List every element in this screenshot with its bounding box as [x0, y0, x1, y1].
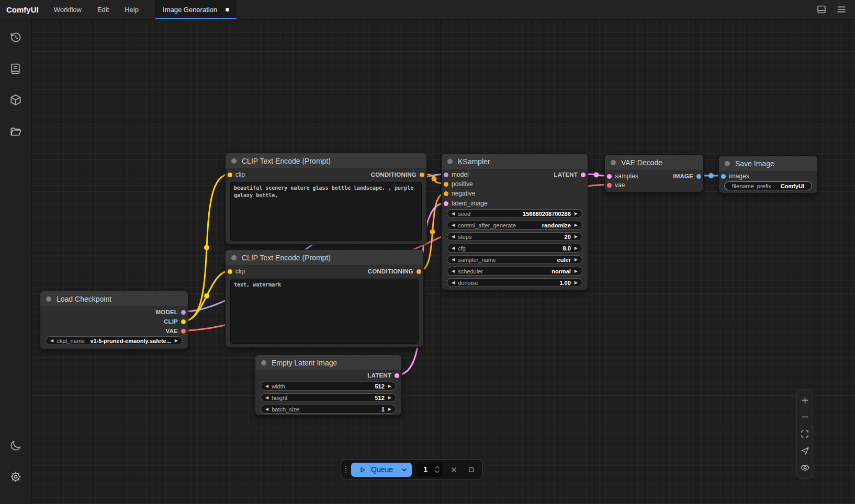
widget-scheduler[interactable]: ◀schedulernormal▶: [447, 267, 582, 276]
stepper-down-icon[interactable]: [434, 469, 440, 474]
increment-arrow-icon[interactable]: ▶: [575, 212, 578, 216]
sidebar-workflows-button[interactable]: [5, 121, 26, 142]
negative-input-port[interactable]: [444, 191, 448, 196]
widget-control_after_generate[interactable]: ◀control_after_generaterandomize▶: [447, 221, 582, 230]
bottom-panel-icon[interactable]: [814, 2, 829, 17]
latent_image-input-port[interactable]: [444, 201, 448, 206]
decrement-arrow-icon[interactable]: ◀: [265, 384, 268, 388]
increment-arrow-icon[interactable]: ▶: [575, 281, 578, 285]
menu-workflow[interactable]: Workflow: [46, 0, 89, 19]
collapse-dot[interactable]: [725, 161, 730, 166]
sidebar-node-library-button[interactable]: [5, 58, 26, 79]
widget-sampler_name[interactable]: ◀sampler_nameeuler▶: [447, 255, 582, 264]
VAE-output-port[interactable]: [181, 329, 186, 334]
decrement-arrow-icon[interactable]: ◀: [452, 212, 455, 216]
clip-input-port[interactable]: [228, 173, 232, 177]
zoom-in-button[interactable]: [798, 394, 811, 406]
vae-input-port[interactable]: [607, 183, 612, 188]
queue-options-caret[interactable]: [396, 466, 412, 474]
increment-arrow-icon[interactable]: ▶: [575, 258, 578, 262]
LATENT-output-port[interactable]: [581, 173, 586, 177]
node-load-checkpoint[interactable]: Load CheckpointMODELCLIPVAE◀ckpt_namev1-…: [40, 291, 188, 349]
stepper-up-icon[interactable]: [434, 465, 440, 469]
menu-icon[interactable]: [834, 2, 849, 17]
decrement-arrow-icon[interactable]: ◀: [265, 407, 268, 411]
tab-image-generation[interactable]: Image Generation: [155, 0, 237, 19]
latent_image-input-slot: latent_image: [444, 199, 488, 208]
increment-arrow-icon[interactable]: ▶: [575, 235, 578, 239]
node-clip-text-encode-positive[interactable]: CLIP Text Encode (Prompt)clipCONDITIONIN…: [225, 153, 427, 245]
decrement-arrow-icon[interactable]: ◀: [452, 246, 455, 250]
widget-denoise[interactable]: ◀denoise1.00▶: [447, 278, 582, 287]
increment-arrow-icon[interactable]: ▶: [575, 269, 578, 273]
widget-height[interactable]: ◀height512▶: [261, 393, 396, 402]
decrement-arrow-icon[interactable]: ◀: [452, 258, 455, 262]
samples-input-port[interactable]: [607, 174, 612, 179]
widget-steps[interactable]: ◀steps20▶: [447, 232, 582, 241]
toggle-visibility-button[interactable]: [798, 462, 811, 474]
IMAGE-output-port[interactable]: [696, 174, 701, 179]
batch-count-input[interactable]: 1: [417, 463, 443, 477]
node-save-image[interactable]: Save Imageimagesfilename_prefixComfyUI: [718, 155, 818, 193]
collapse-dot[interactable]: [231, 255, 237, 260]
decrement-arrow-icon[interactable]: ◀: [50, 339, 53, 343]
drag-handle[interactable]: [345, 466, 346, 473]
interrupt-button[interactable]: [465, 463, 477, 476]
queue-button-main[interactable]: Queue: [351, 465, 396, 474]
widget-batch_size[interactable]: ◀batch_size1▶: [261, 405, 396, 414]
prompt-textarea[interactable]: text, watermark: [230, 279, 419, 344]
sidebar-model-library-button[interactable]: [5, 89, 26, 110]
menu-edit[interactable]: Edit: [89, 0, 117, 19]
model-input-port[interactable]: [444, 173, 448, 177]
widget-width[interactable]: ◀width512▶: [261, 382, 396, 391]
moon-icon: [9, 439, 22, 452]
increment-arrow-icon[interactable]: ▶: [388, 384, 391, 388]
images-input-port[interactable]: [721, 174, 726, 179]
positive-input-port[interactable]: [444, 182, 448, 187]
sidebar-theme-toggle-button[interactable]: [5, 435, 26, 456]
decrement-arrow-icon[interactable]: ◀: [452, 269, 455, 273]
node-empty-latent-image[interactable]: Empty Latent ImageLATENT◀width512▶◀heigh…: [255, 354, 402, 416]
collapse-dot[interactable]: [447, 159, 453, 164]
collapse-dot[interactable]: [261, 360, 266, 365]
menu-help[interactable]: Help: [117, 0, 147, 19]
sidebar-queue-history-button[interactable]: [5, 27, 26, 48]
collapse-dot[interactable]: [611, 160, 616, 165]
output-slot-label: LATENT: [367, 372, 391, 379]
play-icon: [358, 466, 366, 474]
clear-queue-button[interactable]: [447, 463, 460, 476]
CONDITIONING-output-port[interactable]: [417, 269, 421, 274]
queue-button[interactable]: Queue: [351, 463, 412, 477]
decrement-arrow-icon[interactable]: ◀: [452, 281, 455, 285]
LATENT-output-port[interactable]: [395, 373, 399, 378]
increment-arrow-icon[interactable]: ▶: [575, 246, 578, 250]
MODEL-output-port[interactable]: [181, 310, 186, 315]
increment-arrow-icon[interactable]: ▶: [388, 407, 391, 411]
widget-ckpt_name[interactable]: ◀ckpt_namev1-5-pruned-emaonly.safete...▶: [46, 336, 183, 345]
canvas-zoom-toolbar: [796, 389, 813, 479]
CLIP-output-port[interactable]: [181, 319, 186, 324]
node-title-label: VAE Decode: [621, 158, 662, 167]
collapse-dot[interactable]: [46, 296, 51, 302]
widget-seed[interactable]: ◀seed156680208700286▶: [447, 209, 582, 218]
fit-view-button[interactable]: [798, 428, 811, 440]
sidebar-settings-button[interactable]: [5, 466, 26, 487]
decrement-arrow-icon[interactable]: ◀: [452, 223, 455, 227]
widget-cfg[interactable]: ◀cfg8.0▶: [447, 244, 582, 253]
widget-filename_prefix[interactable]: filename_prefixComfyUI: [724, 181, 812, 190]
decrement-arrow-icon[interactable]: ◀: [265, 396, 268, 400]
CONDITIONING-output-port[interactable]: [420, 173, 424, 177]
increment-arrow-icon[interactable]: ▶: [175, 339, 178, 343]
increment-arrow-icon[interactable]: ▶: [575, 223, 578, 227]
zoom-out-button[interactable]: [798, 411, 811, 423]
collapse-dot[interactable]: [231, 158, 237, 164]
increment-arrow-icon[interactable]: ▶: [388, 396, 391, 400]
node-vae-decode[interactable]: VAE DecodesamplesvaeIMAGE: [604, 154, 704, 192]
widget-value: 1: [381, 406, 385, 413]
decrement-arrow-icon[interactable]: ◀: [452, 235, 455, 239]
prompt-textarea[interactable]: beautiful scenery nature glass bottle la…: [230, 182, 422, 241]
pointer-mode-button[interactable]: [798, 444, 811, 457]
node-clip-text-encode-negative[interactable]: CLIP Text Encode (Prompt)clipCONDITIONIN…: [225, 249, 424, 348]
clip-input-port[interactable]: [228, 269, 232, 274]
node-ksampler[interactable]: KSamplermodelpositivenegativelatent_imag…: [441, 153, 588, 290]
